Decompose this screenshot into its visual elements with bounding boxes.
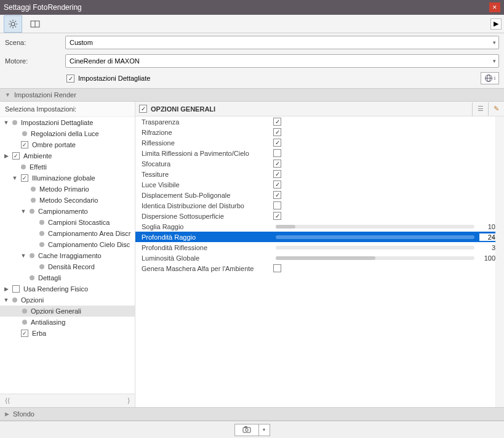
tree-twisty-icon[interactable]: ▼ [2, 120, 10, 126]
property-checkbox[interactable]: ✓ [273, 180, 281, 189]
tree-item[interactable]: Opzioni Generali [0, 306, 135, 317]
tree-twisty-icon[interactable]: ▼ [11, 175, 18, 181]
property-row[interactable]: Limita Riflessioni a Pavimento/Cielo [135, 148, 504, 158]
camera-dropdown[interactable]: ▾ [259, 424, 270, 436]
section-sfondo-header[interactable]: ▶ Sfondo [0, 407, 504, 421]
property-row[interactable]: Soglia Raggio10 [135, 221, 504, 232]
property-checkbox[interactable]: ✓ [273, 128, 281, 136]
property-checkbox[interactable] [273, 264, 281, 272]
bullet-icon [39, 220, 44, 225]
bullet-icon [12, 120, 17, 125]
expand-right-icon[interactable]: ▶ [490, 18, 502, 30]
tree-twisty-icon[interactable]: ▼ [20, 253, 27, 259]
tree-item[interactable]: ▼Campionamento [0, 206, 135, 217]
property-checkbox[interactable] [273, 201, 281, 209]
property-label: Tessiture [142, 171, 271, 178]
nav-next-icon[interactable]: ⟩ [127, 397, 130, 405]
property-row[interactable]: Rifrazione✓ [135, 127, 504, 137]
section-render-header[interactable]: ▼ Impostazioni Render [0, 88, 504, 102]
property-slider[interactable] [276, 235, 474, 239]
tree-item[interactable]: Metodo Primario [0, 184, 135, 195]
property-label: Sfocatura [142, 160, 271, 168]
property-checkbox[interactable]: ✓ [273, 170, 281, 178]
tree-twisty-icon[interactable]: ▼ [2, 297, 10, 303]
tree-item[interactable]: Campionamento Area Discr [0, 228, 135, 239]
property-row[interactable]: Tessiture✓ [135, 169, 504, 179]
settings-tab-icon[interactable] [4, 15, 22, 33]
list-view-icon[interactable]: ☰ [472, 102, 488, 116]
nav-first-icon[interactable]: ⟨⟨ [5, 397, 10, 405]
content-header: ✓ OPZIONI GENERALI ☰ ✎ [135, 102, 504, 116]
tree-item[interactable]: Dettagli [0, 272, 135, 283]
scene-select[interactable]: Custom ▾ [65, 36, 499, 49]
tree-checkbox[interactable]: ✓ [21, 141, 28, 148]
property-row[interactable]: Profondità Riflessione3 [135, 242, 504, 253]
tree-item[interactable]: ✓Erba [0, 328, 135, 339]
property-slider[interactable] [276, 246, 474, 249]
tree-item[interactable]: Antialiasing [0, 317, 135, 328]
property-row[interactable]: Luminosità Globale100 [135, 253, 504, 263]
property-row[interactable]: Displacement Sub-Poligonale✓ [135, 190, 504, 200]
chevron-right-icon: ▶ [5, 411, 9, 417]
tree-twisty-icon[interactable]: ▼ [20, 208, 27, 214]
tree-item[interactable]: ▼Cache Irraggiamento [0, 250, 135, 261]
globe-button[interactable]: i [481, 72, 499, 84]
tree-item[interactable]: Effetti [0, 161, 135, 172]
tree-item[interactable]: Campioni Stocastica [0, 217, 135, 228]
tree-item[interactable]: Metodo Secondario [0, 195, 135, 206]
properties-list: Trasparenza✓Rifrazione✓Riflessione✓Limit… [135, 116, 504, 407]
tree-checkbox[interactable]: ✓ [21, 174, 28, 182]
property-label: Limita Riflessioni a Pavimento/Cielo [142, 150, 271, 157]
property-slider[interactable] [276, 256, 474, 260]
detailed-checkbox[interactable]: ✓ [66, 75, 74, 83]
tree-checkbox[interactable] [12, 285, 20, 293]
property-label: Soglia Raggio [142, 223, 271, 230]
edit-icon[interactable]: ✎ [488, 102, 504, 116]
tree-item[interactable]: ▼Opzioni [0, 294, 135, 306]
property-row[interactable]: Dispersione Sottosuperficie✓ [135, 211, 504, 221]
property-checkbox[interactable] [273, 149, 281, 157]
property-checkbox[interactable]: ✓ [273, 160, 281, 168]
property-checkbox[interactable]: ✓ [273, 118, 281, 126]
close-icon[interactable]: ✕ [489, 2, 500, 12]
tree-item-label: Ambiente [23, 152, 52, 160]
tree-item-label: Ombre portate [32, 141, 76, 148]
scrollbar[interactable] [495, 116, 504, 407]
property-row[interactable]: Genera Maschera Alfa per l'Ambiente [135, 263, 504, 274]
bullet-icon [30, 209, 34, 214]
property-row[interactable]: Trasparenza✓ [135, 116, 504, 127]
sidebar: Seleziona Impostazioni: ▼Impostazioni De… [0, 102, 135, 407]
tree-item[interactable]: ▶Usa Rendering Fisico [0, 283, 135, 294]
engine-select[interactable]: CineRender di MAXON ▾ [65, 54, 499, 68]
main-area: Seleziona Impostazioni: ▼Impostazioni De… [0, 102, 504, 407]
tree-checkbox[interactable]: ✓ [21, 330, 28, 337]
tree-twisty-icon[interactable]: ▶ [2, 286, 10, 292]
tree-item-label: Campionamento Area Discr [48, 230, 131, 237]
property-row[interactable]: Sfocatura✓ [135, 158, 504, 169]
property-checkbox[interactable]: ✓ [273, 191, 281, 199]
layout-tab-icon[interactable] [26, 15, 44, 33]
svg-point-6 [245, 429, 247, 431]
tree-item[interactable]: ▼Impostazioni Dettagliate [0, 117, 135, 128]
camera-button[interactable] [234, 424, 259, 436]
tree-item[interactable]: ▶✓Ambiente [0, 150, 135, 161]
tree-checkbox[interactable]: ✓ [12, 152, 20, 160]
property-checkbox[interactable]: ✓ [273, 212, 281, 220]
bullet-icon [22, 309, 27, 314]
property-slider[interactable] [276, 225, 474, 229]
detailed-row: ✓ Impostazioni Dettagliate i [0, 70, 504, 88]
window-title: Settaggi FotoRendering [4, 3, 489, 12]
property-row[interactable]: Profondità Raggio24 [135, 232, 504, 242]
tree-twisty-icon[interactable]: ▶ [2, 153, 10, 159]
property-row[interactable]: Riflessione✓ [135, 137, 504, 148]
tree-item[interactable]: Densità Record [0, 261, 135, 272]
tree-item[interactable]: Regolazioni della Luce [0, 128, 135, 139]
scene-row: Scena: Custom ▾ [0, 33, 504, 52]
tree-item[interactable]: Campionamento Cielo Disc [0, 239, 135, 250]
tree-item[interactable]: ✓Ombre portate [0, 139, 135, 150]
property-row[interactable]: Identica Distribuzione del Disturbo [135, 200, 504, 211]
panel-enable-checkbox[interactable]: ✓ [139, 105, 147, 113]
property-row[interactable]: Luce Visibile✓ [135, 179, 504, 190]
property-checkbox[interactable]: ✓ [273, 139, 281, 147]
tree-item[interactable]: ▼✓Illuminazione globale [0, 172, 135, 184]
